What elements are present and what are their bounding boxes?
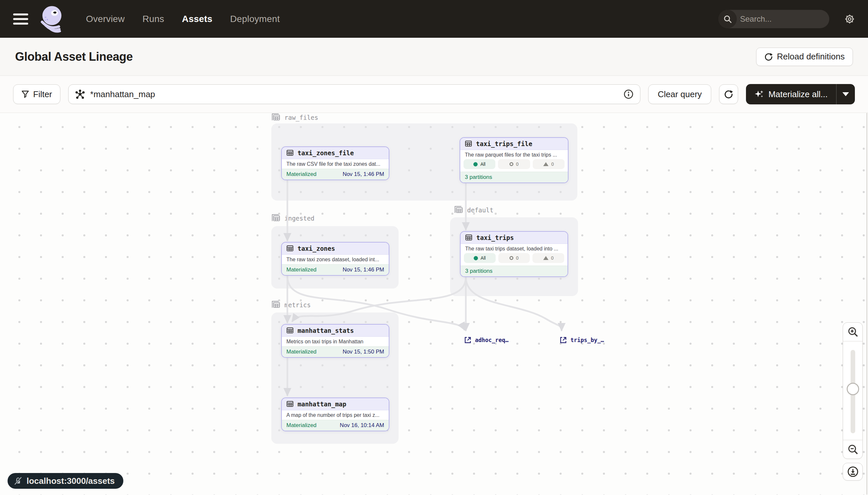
materialization-timestamp[interactable]: Nov 15, 1:50 PM [342,348,384,355]
query-info-icon[interactable] [624,89,634,99]
asset-title: taxi_trips_file [476,140,532,148]
asset-description: Metrics on taxi trips in Manhattan [282,337,389,346]
sparkle-icon [755,90,764,99]
asset-description: The raw taxi trips dataset, loaded into … [461,244,568,252]
zoom-controls-panel [843,322,863,459]
external-link-icon [559,336,567,344]
graph-query-icon [75,89,85,99]
status-badge: Materialized [286,422,317,429]
partitions-all-badge[interactable]: All [464,253,496,263]
status-badge: Materialized [286,348,317,355]
canvas-scrollbar[interactable] [866,113,867,495]
zoom-slider[interactable] [843,341,863,440]
materialize-all-button[interactable]: Materialize all... [746,84,836,104]
asset-node-taxi-zones[interactable]: taxi_zones The raw taxi zones dataset, l… [281,242,389,276]
insecure-lock-icon [14,476,23,485]
partition-health-badges: All 0 0 [461,252,568,266]
download-graph-button[interactable] [843,463,863,481]
asset-description: The raw CSV file for the taxi zones dat.… [282,159,389,169]
partition-health-badges: All 0 0 [460,158,568,172]
asset-description: The raw taxi zones dataset, loaded int..… [282,255,389,264]
external-asset-adhoc-request[interactable]: adhoc_req… [464,336,509,344]
ring-icon [510,162,513,166]
menu-hamburger-icon[interactable] [13,14,28,24]
filter-button[interactable]: Filter [13,84,60,104]
page-header: Global Asset Lineage Reload definitions [0,38,868,76]
partitions-count: 3 partitions [465,174,492,181]
download-icon [847,466,859,478]
reload-icon [764,52,773,61]
materialization-timestamp[interactable]: Nov 15, 1:46 PM [342,267,384,273]
refresh-graph-button[interactable] [719,84,738,104]
table-icon [465,140,472,148]
partitions-failed-badge[interactable]: 0 [532,253,564,263]
zoom-out-icon [847,444,858,455]
external-asset-label: adhoc_req… [475,337,509,343]
lineage-canvas[interactable]: raw_files ingested default metrics [0,113,868,495]
asset-title: taxi_trips [476,234,514,241]
table-icon [286,400,294,408]
asset-title: taxi_zones [298,245,335,252]
zoom-out-button[interactable] [843,440,863,459]
partitions-missing-badge[interactable]: 0 [498,159,530,169]
refresh-icon [724,90,733,99]
asset-node-taxi-trips-file[interactable]: taxi_trips_file The raw parquet files fo… [460,137,568,183]
asset-node-taxi-trips[interactable]: taxi_trips The raw taxi trips dataset, l… [460,231,568,277]
nav-item-assets[interactable]: Assets [182,14,212,24]
settings-gear-icon[interactable] [844,14,855,24]
asset-title: manhattan_stats [298,327,354,334]
asset-description: A map of the number of trips per taxi z.… [282,410,389,420]
browser-status-bubble: localhost:3000/assets [7,473,123,489]
external-asset-label: trips_by_… [570,337,604,343]
materialize-all-split-button: Materialize all... [746,84,855,104]
asset-query-field[interactable] [68,84,640,104]
zoom-in-icon [847,326,858,338]
global-search[interactable]: / [719,10,829,28]
chevron-down-icon [843,92,849,96]
materialization-timestamp[interactable]: Nov 16, 10:14 AM [340,422,384,429]
green-dot-icon [473,162,478,167]
status-badge: Materialized [286,267,317,273]
triangle-icon [543,162,548,166]
octopus-logo-icon [38,3,67,35]
search-icon [719,10,737,28]
asset-node-manhattan-stats[interactable]: manhattan_stats Metrics on taxi trips in… [281,324,389,358]
lineage-toolbar: Filter Clear query Materialize a [0,76,868,113]
triangle-icon [543,256,548,260]
materialize-all-label: Materialize all... [768,89,828,100]
nav-item-deployment[interactable]: Deployment [230,14,280,24]
table-icon [465,234,472,241]
nav-item-overview[interactable]: Overview [86,14,125,24]
ring-icon [510,256,513,260]
materialize-dropdown-button[interactable] [836,84,855,104]
search-input[interactable] [737,14,829,24]
asset-query-input[interactable] [90,89,618,100]
green-dot-icon [474,256,478,260]
asset-node-manhattan-map[interactable]: manhattan_map A map of the number of tri… [281,397,389,431]
external-link-icon [464,336,472,344]
table-icon [286,149,294,157]
zoom-in-button[interactable] [843,323,863,341]
partitions-all-badge[interactable]: All [463,159,495,169]
reload-definitions-button[interactable]: Reload definitions [756,48,853,66]
page-title: Global Asset Lineage [15,50,133,64]
nav-item-runs[interactable]: Runs [142,14,164,24]
external-asset-trips-by[interactable]: trips_by_… [559,336,604,344]
table-icon [286,245,294,252]
asset-node-taxi-zones-file[interactable]: taxi_zones_file The raw CSV file for the… [281,147,389,180]
asset-description: The raw parquet files for the taxi trips… [460,150,568,158]
funnel-icon [21,90,29,98]
asset-title: taxi_zones_file [298,149,354,157]
top-nav: Overview Runs Assets Deployment / [0,0,868,38]
status-badge: Materialized [286,171,317,177]
zoom-slider-thumb[interactable] [847,383,859,395]
status-url: localhost:3000/assets [26,476,115,486]
partitions-failed-badge[interactable]: 0 [533,159,565,169]
lineage-edges [0,113,868,495]
clear-query-label: Clear query [658,89,702,100]
materialization-timestamp[interactable]: Nov 15, 1:46 PM [342,171,384,177]
clear-query-button[interactable]: Clear query [648,84,711,104]
partitions-missing-badge[interactable]: 0 [498,253,530,263]
table-icon [286,327,294,334]
dagster-logo[interactable] [38,3,67,35]
